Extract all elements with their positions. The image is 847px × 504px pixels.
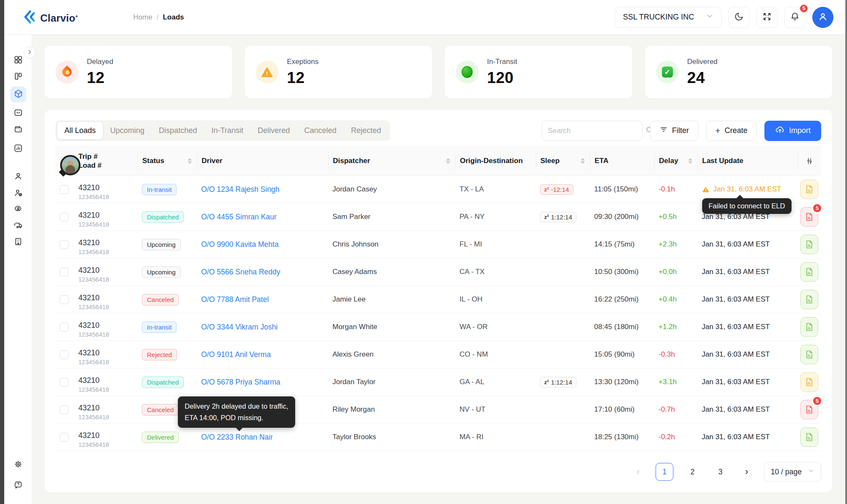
column-header-delay[interactable]: Delay: [654, 152, 698, 169]
document-button[interactable]: [800, 262, 818, 282]
create-button[interactable]: + Create: [706, 121, 757, 141]
sidebar-item-wallet[interactable]: [10, 122, 26, 138]
prev-page-button[interactable]: ‹: [631, 463, 645, 480]
last-update: Jan 31, 6:03 AM EST: [698, 213, 797, 221]
origin-destination: PA - NY: [455, 213, 536, 221]
status-badge: Dispatched: [142, 211, 184, 223]
breadcrumb-home[interactable]: Home: [133, 13, 152, 22]
row-select: [55, 240, 74, 249]
tab-in-transit[interactable]: In-Transit: [204, 122, 250, 139]
column-settings-button[interactable]: [797, 152, 821, 169]
kanban-icon: [14, 72, 23, 83]
document-button[interactable]: [800, 427, 818, 447]
row-checkbox[interactable]: [60, 378, 69, 387]
document-button[interactable]: [800, 317, 818, 337]
column-header-dispatcher[interactable]: Dispatcher: [328, 152, 455, 169]
row-checkbox[interactable]: [60, 295, 69, 304]
company-selector[interactable]: SSL TRUCKING INC: [615, 7, 722, 28]
sidebar-item-messages[interactable]: [10, 105, 26, 122]
sort-icon[interactable]: [188, 158, 193, 164]
column-header-origin[interactable]: Origin-Destination: [455, 152, 536, 169]
filter-button[interactable]: Filter: [650, 121, 698, 141]
driver-link[interactable]: O/O 9900 Kavita Mehta: [201, 240, 279, 249]
column-header-status[interactable]: Status: [138, 152, 197, 169]
row-checkbox[interactable]: [60, 240, 69, 249]
next-page-button[interactable]: ›: [739, 463, 754, 480]
tab-dispatched[interactable]: Dispatched: [152, 122, 204, 139]
tab-rejected[interactable]: Rejected: [344, 122, 388, 139]
document-button[interactable]: [800, 235, 818, 254]
doc-badge-count: 5: [812, 203, 822, 213]
tab-upcoming[interactable]: Upcoming: [103, 122, 152, 139]
row-select: [55, 213, 74, 222]
sidebar-item-trucks[interactable]: [10, 218, 26, 234]
page-size-selector[interactable]: 10 / page: [764, 462, 821, 482]
document-button[interactable]: [800, 180, 818, 199]
row-checkbox[interactable]: [60, 213, 69, 222]
row-checkbox[interactable]: [60, 268, 69, 277]
document-button[interactable]: [800, 345, 818, 364]
expand-icon: [762, 11, 772, 23]
stat-card-delayed: Delayed 12: [44, 46, 232, 98]
row-checkbox[interactable]: [60, 350, 69, 359]
sidebar-item-dispatchers[interactable]: [10, 186, 26, 202]
sidebar-item-help[interactable]: [10, 478, 26, 494]
driver-link[interactable]: O/O 9101 Anil Verma: [201, 350, 271, 359]
driver-link[interactable]: O/O 5566 Sneha Reddy: [201, 268, 280, 277]
column-header-update[interactable]: Last Update: [698, 152, 797, 169]
driver-link[interactable]: O/O 2233 Rohan Nair: [201, 433, 273, 442]
tab-delivered[interactable]: Delivered: [251, 122, 297, 139]
status-badge: Delivered: [142, 432, 179, 443]
sidebar-item-reports[interactable]: [10, 141, 26, 157]
sidebar-item-loads[interactable]: [10, 86, 26, 102]
sidebar-item-company[interactable]: [10, 234, 26, 250]
sort-icon[interactable]: [688, 158, 693, 164]
dark-mode-button[interactable]: [728, 7, 750, 28]
driver-link[interactable]: O/O 3344 Vikram Joshi: [201, 323, 278, 332]
delay-cell: +0.4h: [654, 295, 698, 304]
row-checkbox[interactable]: [60, 323, 69, 332]
search-box[interactable]: [542, 121, 642, 141]
sidebar-item-settings[interactable]: [10, 457, 26, 473]
column-header-driver[interactable]: Driver: [197, 152, 328, 169]
driver-link[interactable]: O/O 1234 Rajesh Singh: [201, 185, 280, 194]
page-button-1[interactable]: 1: [656, 463, 673, 481]
document-button[interactable]: [800, 290, 818, 309]
sidebar-item-customers[interactable]: [10, 202, 26, 218]
trip-number: 43210: [78, 376, 133, 385]
column-header-sleep[interactable]: Sleep: [536, 152, 590, 169]
sidebar-expand-button[interactable]: [24, 47, 36, 58]
column-header-trip[interactable]: Trip #Load #: [74, 152, 138, 169]
sort-icon[interactable]: [446, 158, 451, 164]
driver-link[interactable]: O/O 4455 Simran Kaur: [201, 213, 277, 222]
row-checkbox[interactable]: [60, 433, 69, 442]
driver-link[interactable]: O/O 5678 Priya Sharma: [201, 378, 280, 387]
cube-icon: [14, 89, 23, 100]
bar-chart-icon: [14, 144, 23, 155]
clarvio-logo[interactable]: Clarvio+: [23, 9, 78, 25]
sort-icon[interactable]: [581, 158, 586, 164]
driver-link[interactable]: O/O 7788 Amit Patel: [201, 295, 269, 304]
load-number: 123456418: [78, 194, 133, 200]
import-button[interactable]: Import: [764, 121, 821, 141]
user-avatar[interactable]: [812, 7, 833, 28]
search-input[interactable]: [548, 127, 642, 135]
column-header-eta[interactable]: ETA: [590, 152, 654, 169]
doc-cell: 5: [797, 400, 821, 419]
status-cell: Delivered: [138, 432, 197, 443]
notifications-button[interactable]: 5: [784, 7, 805, 28]
row-checkbox[interactable]: [60, 405, 69, 414]
green-dot-icon: [456, 61, 479, 83]
page-button-2[interactable]: 2: [684, 463, 701, 481]
tab-all-loads[interactable]: All Loads: [57, 122, 103, 139]
page-button-3[interactable]: 3: [711, 463, 729, 481]
document-icon: [805, 322, 814, 332]
load-number: 123456418: [78, 414, 133, 421]
row-checkbox[interactable]: [60, 185, 69, 194]
tab-canceled[interactable]: Canceled: [297, 122, 344, 139]
document-button[interactable]: [800, 372, 818, 392]
cloud-upload-icon: [775, 125, 785, 137]
fullscreen-button[interactable]: [756, 7, 778, 28]
sidebar-item-drivers[interactable]: [10, 169, 26, 185]
sidebar-item-board[interactable]: [10, 69, 26, 85]
